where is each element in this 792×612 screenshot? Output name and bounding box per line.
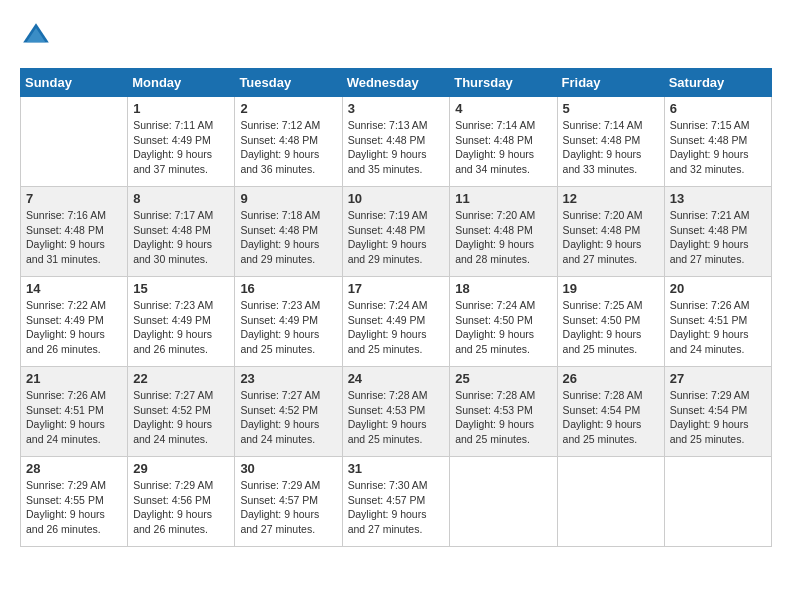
calendar-week-row: 28Sunrise: 7:29 AM Sunset: 4:55 PM Dayli… [21,457,772,547]
calendar-cell: 12Sunrise: 7:20 AM Sunset: 4:48 PM Dayli… [557,187,664,277]
calendar-cell: 23Sunrise: 7:27 AM Sunset: 4:52 PM Dayli… [235,367,342,457]
day-number: 26 [563,371,659,386]
day-number: 25 [455,371,551,386]
calendar-cell [21,97,128,187]
logo-icon [20,20,52,52]
day-number: 19 [563,281,659,296]
day-number: 21 [26,371,122,386]
day-number: 6 [670,101,766,116]
calendar-week-row: 21Sunrise: 7:26 AM Sunset: 4:51 PM Dayli… [21,367,772,457]
day-number: 3 [348,101,445,116]
column-header-friday: Friday [557,69,664,97]
day-number: 31 [348,461,445,476]
calendar-week-row: 7Sunrise: 7:16 AM Sunset: 4:48 PM Daylig… [21,187,772,277]
calendar-cell: 20Sunrise: 7:26 AM Sunset: 4:51 PM Dayli… [664,277,771,367]
day-info: Sunrise: 7:14 AM Sunset: 4:48 PM Dayligh… [455,118,551,177]
day-number: 8 [133,191,229,206]
calendar-table: SundayMondayTuesdayWednesdayThursdayFrid… [20,68,772,547]
day-number: 22 [133,371,229,386]
calendar-cell: 6Sunrise: 7:15 AM Sunset: 4:48 PM Daylig… [664,97,771,187]
day-info: Sunrise: 7:30 AM Sunset: 4:57 PM Dayligh… [348,478,445,537]
day-info: Sunrise: 7:13 AM Sunset: 4:48 PM Dayligh… [348,118,445,177]
day-number: 23 [240,371,336,386]
day-number: 28 [26,461,122,476]
day-info: Sunrise: 7:24 AM Sunset: 4:49 PM Dayligh… [348,298,445,357]
day-info: Sunrise: 7:23 AM Sunset: 4:49 PM Dayligh… [240,298,336,357]
calendar-cell: 1Sunrise: 7:11 AM Sunset: 4:49 PM Daylig… [128,97,235,187]
day-info: Sunrise: 7:28 AM Sunset: 4:54 PM Dayligh… [563,388,659,447]
day-number: 11 [455,191,551,206]
calendar-cell: 30Sunrise: 7:29 AM Sunset: 4:57 PM Dayli… [235,457,342,547]
day-number: 29 [133,461,229,476]
day-info: Sunrise: 7:11 AM Sunset: 4:49 PM Dayligh… [133,118,229,177]
calendar-cell: 25Sunrise: 7:28 AM Sunset: 4:53 PM Dayli… [450,367,557,457]
day-info: Sunrise: 7:27 AM Sunset: 4:52 PM Dayligh… [240,388,336,447]
calendar-cell: 11Sunrise: 7:20 AM Sunset: 4:48 PM Dayli… [450,187,557,277]
day-number: 13 [670,191,766,206]
calendar-cell: 17Sunrise: 7:24 AM Sunset: 4:49 PM Dayli… [342,277,450,367]
day-info: Sunrise: 7:26 AM Sunset: 4:51 PM Dayligh… [670,298,766,357]
day-number: 24 [348,371,445,386]
day-number: 14 [26,281,122,296]
day-number: 16 [240,281,336,296]
day-info: Sunrise: 7:18 AM Sunset: 4:48 PM Dayligh… [240,208,336,267]
day-info: Sunrise: 7:22 AM Sunset: 4:49 PM Dayligh… [26,298,122,357]
day-info: Sunrise: 7:29 AM Sunset: 4:56 PM Dayligh… [133,478,229,537]
page-header [20,20,772,52]
calendar-cell: 9Sunrise: 7:18 AM Sunset: 4:48 PM Daylig… [235,187,342,277]
day-info: Sunrise: 7:24 AM Sunset: 4:50 PM Dayligh… [455,298,551,357]
day-info: Sunrise: 7:16 AM Sunset: 4:48 PM Dayligh… [26,208,122,267]
day-number: 18 [455,281,551,296]
column-header-monday: Monday [128,69,235,97]
column-header-tuesday: Tuesday [235,69,342,97]
logo [20,20,56,52]
calendar-cell: 3Sunrise: 7:13 AM Sunset: 4:48 PM Daylig… [342,97,450,187]
day-info: Sunrise: 7:28 AM Sunset: 4:53 PM Dayligh… [455,388,551,447]
day-info: Sunrise: 7:15 AM Sunset: 4:48 PM Dayligh… [670,118,766,177]
day-info: Sunrise: 7:29 AM Sunset: 4:57 PM Dayligh… [240,478,336,537]
calendar-cell: 22Sunrise: 7:27 AM Sunset: 4:52 PM Dayli… [128,367,235,457]
day-info: Sunrise: 7:25 AM Sunset: 4:50 PM Dayligh… [563,298,659,357]
day-number: 2 [240,101,336,116]
calendar-cell: 28Sunrise: 7:29 AM Sunset: 4:55 PM Dayli… [21,457,128,547]
column-header-wednesday: Wednesday [342,69,450,97]
calendar-cell [450,457,557,547]
calendar-cell: 24Sunrise: 7:28 AM Sunset: 4:53 PM Dayli… [342,367,450,457]
calendar-cell: 19Sunrise: 7:25 AM Sunset: 4:50 PM Dayli… [557,277,664,367]
day-info: Sunrise: 7:17 AM Sunset: 4:48 PM Dayligh… [133,208,229,267]
calendar-cell: 13Sunrise: 7:21 AM Sunset: 4:48 PM Dayli… [664,187,771,277]
calendar-cell [664,457,771,547]
day-number: 4 [455,101,551,116]
day-number: 1 [133,101,229,116]
day-info: Sunrise: 7:12 AM Sunset: 4:48 PM Dayligh… [240,118,336,177]
day-info: Sunrise: 7:19 AM Sunset: 4:48 PM Dayligh… [348,208,445,267]
calendar-cell: 21Sunrise: 7:26 AM Sunset: 4:51 PM Dayli… [21,367,128,457]
column-header-sunday: Sunday [21,69,128,97]
calendar-cell: 4Sunrise: 7:14 AM Sunset: 4:48 PM Daylig… [450,97,557,187]
day-number: 17 [348,281,445,296]
day-info: Sunrise: 7:29 AM Sunset: 4:55 PM Dayligh… [26,478,122,537]
calendar-cell: 15Sunrise: 7:23 AM Sunset: 4:49 PM Dayli… [128,277,235,367]
calendar-cell: 29Sunrise: 7:29 AM Sunset: 4:56 PM Dayli… [128,457,235,547]
calendar-cell: 14Sunrise: 7:22 AM Sunset: 4:49 PM Dayli… [21,277,128,367]
day-info: Sunrise: 7:27 AM Sunset: 4:52 PM Dayligh… [133,388,229,447]
day-info: Sunrise: 7:21 AM Sunset: 4:48 PM Dayligh… [670,208,766,267]
calendar-cell: 10Sunrise: 7:19 AM Sunset: 4:48 PM Dayli… [342,187,450,277]
calendar-cell: 5Sunrise: 7:14 AM Sunset: 4:48 PM Daylig… [557,97,664,187]
day-info: Sunrise: 7:20 AM Sunset: 4:48 PM Dayligh… [455,208,551,267]
day-number: 7 [26,191,122,206]
column-header-thursday: Thursday [450,69,557,97]
day-number: 27 [670,371,766,386]
day-number: 30 [240,461,336,476]
calendar-week-row: 1Sunrise: 7:11 AM Sunset: 4:49 PM Daylig… [21,97,772,187]
calendar-cell: 18Sunrise: 7:24 AM Sunset: 4:50 PM Dayli… [450,277,557,367]
calendar-cell: 8Sunrise: 7:17 AM Sunset: 4:48 PM Daylig… [128,187,235,277]
day-number: 15 [133,281,229,296]
calendar-cell: 2Sunrise: 7:12 AM Sunset: 4:48 PM Daylig… [235,97,342,187]
day-number: 20 [670,281,766,296]
calendar-header-row: SundayMondayTuesdayWednesdayThursdayFrid… [21,69,772,97]
day-info: Sunrise: 7:28 AM Sunset: 4:53 PM Dayligh… [348,388,445,447]
day-number: 5 [563,101,659,116]
calendar-cell [557,457,664,547]
day-number: 10 [348,191,445,206]
